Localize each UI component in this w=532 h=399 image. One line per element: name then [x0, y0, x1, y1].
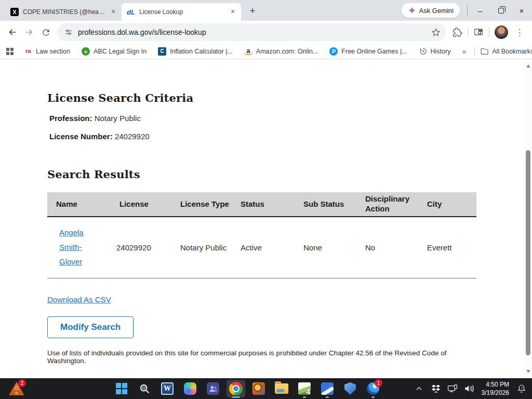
running-app-indicator	[326, 396, 329, 398]
bookmark-label: Law section	[36, 48, 70, 55]
chrome-button[interactable]	[224, 378, 247, 399]
cell-license-type: Notary Public	[171, 217, 232, 278]
photos-app-button[interactable]: 4	[293, 378, 316, 399]
profile-avatar[interactable]	[495, 25, 508, 39]
site-settings-icon	[64, 28, 73, 36]
teams-button[interactable]	[202, 378, 224, 399]
minimize-button[interactable]: –	[470, 0, 490, 21]
license-number-value: 24029920	[115, 132, 150, 141]
ask-gemini-label: Ask Gemini	[419, 7, 454, 15]
scrollbar-up-arrow[interactable]	[526, 64, 530, 68]
forward-arrow-icon	[24, 27, 34, 37]
bookmark-history[interactable]: History	[419, 47, 451, 56]
search-icon	[139, 383, 150, 394]
cell-status: Active	[232, 217, 291, 278]
thomson-reuters-icon: TR	[24, 47, 32, 56]
movie-maker-button[interactable]	[247, 378, 270, 399]
clock-date: 3/19/2026	[482, 389, 509, 397]
address-bar[interactable]: professions.dol.wa.gov/s/license-lookup	[57, 23, 446, 41]
snipping-tool-icon	[321, 382, 334, 395]
windows-start-icon	[116, 383, 127, 394]
bookmark-abc-legal[interactable]: » ABC Legal Sign In	[82, 47, 147, 56]
bookmark-free-online-games[interactable]: P Free Online Games |...	[329, 47, 407, 56]
bookmark-label: ABC Legal Sign In	[94, 48, 147, 55]
search-panel-button[interactable]	[470, 24, 487, 41]
poki-icon: P	[329, 47, 338, 56]
col-header-status: Status	[232, 192, 291, 217]
cell-disciplinary-action: No	[356, 217, 415, 278]
abc-legal-icon: »	[82, 47, 90, 56]
weather-widget-button[interactable]: 2	[5, 378, 28, 399]
bookmark-amazon[interactable]: a Amazon.com: Onlin...	[244, 47, 318, 55]
copilot-icon	[184, 382, 196, 395]
license-number-line: License Number: 24029920	[49, 132, 475, 141]
speaker-icon	[464, 384, 474, 393]
bell-sleep-icon: z	[517, 384, 526, 393]
tab-cope-ministries[interactable]: X COPE MINISTRIES (@heal247) / ×	[5, 3, 122, 21]
svg-text:z: z	[521, 386, 523, 389]
scrollbar-thumb[interactable]	[526, 150, 530, 355]
copilot-button[interactable]	[179, 378, 202, 399]
tab-license-lookup[interactable]: dL License Lookup ×	[122, 3, 241, 21]
start-button[interactable]	[110, 378, 133, 399]
bookmark-label: History	[431, 48, 451, 55]
col-header-disciplinary-action: Disciplinary Action	[356, 192, 415, 217]
browser-window: X COPE MINISTRIES (@heal247) / × dL Lice…	[0, 0, 532, 399]
reload-icon	[41, 28, 51, 37]
ask-gemini-button[interactable]: Ask Gemini	[402, 3, 460, 18]
forward-button[interactable]	[21, 24, 37, 41]
cell-sub-status: None	[291, 217, 356, 278]
modify-search-button[interactable]: Modify Search	[47, 316, 134, 338]
table-row: Angela Smith-Glover 24029920 Notary Publ…	[47, 217, 476, 278]
cell-license: 24029920	[108, 217, 171, 278]
folder-icon	[480, 47, 488, 56]
apps-grid-icon[interactable]	[6, 48, 14, 55]
bookmark-star-icon[interactable]	[431, 28, 441, 37]
file-explorer-icon	[275, 383, 288, 394]
licensee-name-link[interactable]: Angela Smith-Glover	[59, 225, 92, 269]
back-arrow-icon	[7, 27, 18, 37]
new-tab-button[interactable]: +	[245, 4, 260, 18]
tray-notifications-button[interactable]: z	[514, 378, 529, 399]
bookmarks-overflow-button[interactable]: »	[462, 47, 466, 56]
tray-show-hidden-icons-button[interactable]	[412, 378, 427, 399]
reload-button[interactable]	[37, 24, 54, 41]
file-explorer-button[interactable]	[270, 378, 293, 399]
cell-city: Everett	[415, 217, 476, 278]
taskbar-search-button[interactable]	[133, 378, 156, 399]
photos-app-icon: 4	[298, 382, 311, 395]
tray-dropbox-button[interactable]	[429, 378, 443, 399]
scrollbar-down-arrow[interactable]	[526, 370, 530, 373]
bookmark-law-section[interactable]: TR Law section	[24, 47, 70, 56]
close-window-button[interactable]: ×	[511, 0, 532, 21]
tray-volume-button[interactable]	[462, 378, 476, 399]
tray-cast-button[interactable]	[445, 378, 460, 399]
extensions-button[interactable]	[449, 24, 466, 41]
dropbox-icon	[431, 384, 441, 393]
tab-strip: X COPE MINISTRIES (@heal247) / × dL Lice…	[0, 0, 532, 21]
bookmark-inflation-calculator[interactable]: C Inflation Calculator |...	[158, 47, 233, 56]
word-button[interactable]: W	[156, 378, 179, 399]
tab-close-icon[interactable]: ×	[229, 8, 237, 16]
tab-close-icon[interactable]: ×	[109, 8, 117, 16]
weather-badge: 2	[18, 379, 26, 387]
movie-maker-icon	[252, 382, 265, 395]
back-button[interactable]	[4, 24, 21, 41]
page-scrollbar[interactable]	[525, 59, 532, 378]
tray-clock[interactable]: 4:50 PM 3/19/2026	[478, 380, 512, 397]
snipping-tool-button[interactable]	[316, 378, 339, 399]
browser-toolbar: professions.dol.wa.gov/s/license-lookup …	[0, 21, 532, 44]
tab-title: License Lookup	[139, 8, 224, 16]
restore-button[interactable]	[490, 0, 511, 21]
extensions-puzzle-icon	[453, 28, 462, 37]
url-text[interactable]: professions.dol.wa.gov/s/license-lookup	[78, 28, 426, 36]
clock-time: 4:50 PM	[482, 380, 509, 389]
browser-menu-button[interactable]: ⋮	[511, 24, 528, 41]
security-app-button[interactable]	[339, 378, 362, 399]
edge-button[interactable]: 1	[362, 378, 384, 399]
dol-favicon: dL	[127, 8, 135, 16]
all-bookmarks-button[interactable]: All Bookmarks	[480, 47, 532, 56]
col-header-city: City	[415, 192, 476, 217]
teams-icon	[207, 382, 219, 395]
download-csv-link[interactable]: Download As CSV	[47, 295, 111, 304]
